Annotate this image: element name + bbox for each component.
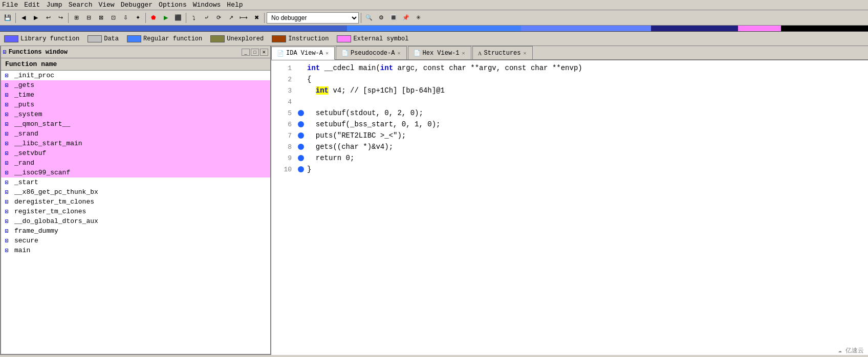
line-num-2: 2	[275, 76, 292, 83]
menu-windows[interactable]: Windows	[193, 1, 221, 9]
func-icon-srand: ⊡	[5, 130, 12, 137]
legend-instruction-label: Instruction	[288, 35, 329, 42]
toolbar-step-1[interactable]: ⤵	[188, 12, 200, 24]
func-name-qmon: __qmon_start__	[14, 120, 70, 128]
toolbar-stop[interactable]: ⬛	[172, 12, 184, 24]
func-name-puts: _puts	[14, 101, 34, 108]
func-item-secure[interactable]: ⊡ secure	[1, 236, 270, 246]
toolbar-btn-6[interactable]: ✦	[132, 12, 143, 24]
toolbar-step-3[interactable]: ⟳	[213, 12, 224, 24]
menu-edit[interactable]: Edit	[24, 1, 40, 9]
toolbar-attach[interactable]: 🔍	[363, 12, 375, 24]
code-line-7: 7 puts("RET2LIBC >_<");	[271, 130, 868, 141]
func-icon-register: ⊡	[5, 208, 12, 215]
toolbar-sep-2	[68, 13, 69, 23]
toolbar-save[interactable]: 💾	[2, 12, 13, 24]
toolbar-next[interactable]: ↪	[55, 12, 66, 24]
tab-hex-label: Hex View-1	[423, 50, 460, 57]
no-bp-1	[298, 65, 304, 71]
code-line-1: 1 int __cdecl main(int argc, const char …	[271, 62, 868, 74]
toolbar-back[interactable]: ◀	[18, 12, 29, 24]
toolbar-extra-2[interactable]: 📌	[400, 12, 411, 24]
win-minimize[interactable]: _	[242, 49, 250, 56]
toolbar-btn-4[interactable]: ⊡	[107, 12, 119, 24]
func-item-register[interactable]: ⊡ register_tm_clones	[1, 207, 270, 216]
tab-hex-close[interactable]: ✕	[462, 50, 466, 56]
menu-view[interactable]: View	[98, 1, 114, 9]
func-icon-scanf: ⊡	[5, 169, 12, 176]
toolbar-extra-1[interactable]: 🔳	[388, 12, 399, 24]
code-line-10: 10 }	[271, 164, 868, 175]
toolbar-btn-3[interactable]: ⊠	[95, 12, 106, 24]
nav-seg-pink	[738, 26, 782, 31]
toolbar-prev[interactable]: ↩	[42, 12, 54, 24]
legend-regular-color	[127, 35, 141, 42]
func-icon-secure: ⊡	[5, 237, 12, 244]
menu-jump[interactable]: Jump	[46, 1, 62, 9]
func-item-deregister[interactable]: ⊡ deregister_tm_clones	[1, 197, 270, 207]
nav-seg-blue	[0, 26, 347, 31]
menu-file[interactable]: File	[2, 1, 18, 9]
debugger-select[interactable]: No debugger Local Windows debugger Remot…	[267, 12, 359, 24]
legend-library-color	[4, 35, 18, 42]
functions-titlebar: ⊡ Functions window _ □ ✕	[1, 46, 270, 58]
tab-pseudocode[interactable]: 📄 Pseudocode-A ✕	[336, 46, 406, 59]
toolbar-btn-5[interactable]: ⇩	[120, 12, 131, 24]
menu-options[interactable]: Options	[159, 1, 187, 9]
func-name-x86thunk: __x86_get_pc_thunk_bx	[14, 188, 98, 196]
legend-external-color	[337, 35, 351, 42]
func-item-setvbuf[interactable]: ⊡ _setvbuf	[1, 148, 270, 158]
func-item-puts[interactable]: ⊡ _puts	[1, 100, 270, 109]
bp-6	[298, 121, 304, 127]
toolbar-step-5[interactable]: ⟼	[237, 12, 250, 24]
func-item-system[interactable]: ⊡ _system	[1, 109, 270, 119]
win-maximize[interactable]: □	[251, 49, 259, 56]
tab-ida-view[interactable]: 📄 IDA View-A ✕	[271, 47, 335, 60]
nav-seg-teal	[521, 26, 651, 31]
func-item-srand[interactable]: ⊡ _srand	[1, 129, 270, 139]
win-close[interactable]: ✕	[260, 49, 268, 56]
func-item-qmon[interactable]: ⊡ __qmon_start__	[1, 119, 270, 129]
menu-help[interactable]: Help	[227, 1, 243, 9]
right-panel: 📄 IDA View-A ✕ 📄 Pseudocode-A ✕ 📄 Hex Vi…	[271, 46, 868, 355]
tab-hex-view[interactable]: 📄 Hex View-1 ✕	[408, 46, 471, 59]
func-item-gets[interactable]: ⊡ _gets	[1, 80, 270, 90]
func-item-start[interactable]: ⊡ _start	[1, 177, 270, 187]
func-item-frame[interactable]: ⊡ frame_dummy	[1, 226, 270, 236]
toolbar-step-6[interactable]: ✖	[251, 12, 262, 24]
tab-structures[interactable]: A Structures ✕	[472, 46, 533, 59]
line-num-9: 9	[275, 154, 292, 162]
toolbar-step-4[interactable]: ↗	[225, 12, 236, 24]
menu-search[interactable]: Search	[69, 1, 93, 9]
func-item-init_proc[interactable]: ⊡ _init_proc	[1, 71, 270, 80]
func-item-rand[interactable]: ⊡ _rand	[1, 158, 270, 168]
line-num-3: 3	[275, 87, 292, 95]
func-item-main[interactable]: ⊡ main	[1, 246, 270, 255]
func-item-dtors[interactable]: ⊡ __do_global_dtors_aux	[1, 216, 270, 226]
legend-library-label: Library function	[20, 35, 79, 42]
code-text-3: int v4; // [sp+1Ch] [bp-64h]@1	[307, 86, 445, 95]
func-item-x86thunk[interactable]: ⊡ __x86_get_pc_thunk_bx	[1, 187, 270, 197]
tab-pseudo-close[interactable]: ✕	[397, 50, 401, 56]
tab-struct-close[interactable]: ✕	[523, 50, 527, 56]
toolbar-step-2[interactable]: ⤶	[201, 12, 212, 24]
toolbar-breakpoint[interactable]: ⬟	[148, 12, 159, 24]
func-item-libc[interactable]: ⊡ __libc_start_main	[1, 139, 270, 148]
func-name-frame: frame_dummy	[14, 227, 58, 235]
tab-ida-close[interactable]: ✕	[325, 50, 329, 56]
menubar: File Edit Jump Search View Debugger Opti…	[0, 0, 868, 10]
functions-list[interactable]: ⊡ _init_proc ⊡ _gets ⊡ _time ⊡ _puts ⊡ _…	[1, 71, 270, 354]
code-text-7: puts("RET2LIBC >_<");	[307, 131, 406, 140]
func-item-time[interactable]: ⊡ _time	[1, 90, 270, 100]
toolbar-settings[interactable]: ⚙	[376, 12, 387, 24]
code-text-5: setubuf(stdout, 0, 2, 0);	[307, 109, 423, 117]
toolbar-fwd[interactable]: ▶	[30, 12, 41, 24]
no-bp-2	[298, 76, 304, 82]
toolbar-btn-2[interactable]: ⊟	[83, 12, 94, 24]
menu-debugger[interactable]: Debugger	[121, 1, 153, 9]
func-item-scanf[interactable]: ⊡ __isoc99_scanf	[1, 168, 270, 177]
toolbar-btn-1[interactable]: ⊞	[71, 12, 82, 24]
toolbar-extra-3[interactable]: ✳	[413, 12, 424, 24]
toolbar-run[interactable]: ▶	[160, 12, 171, 24]
code-area[interactable]: 1 int __cdecl main(int argc, const char …	[271, 60, 868, 355]
